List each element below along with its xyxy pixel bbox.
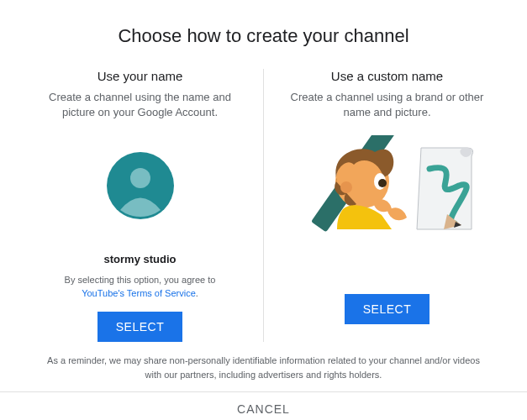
option-use-your-name: Use your name Create a channel using the…: [17, 69, 264, 342]
svg-point-6: [340, 181, 352, 193]
custom-illustration-area: [299, 135, 476, 236]
option-desc-use-name: Create a channel using the name and pict…: [34, 90, 246, 120]
cancel-button[interactable]: CANCEL: [0, 391, 527, 420]
avatar-area: [107, 135, 174, 236]
svg-point-8: [378, 179, 387, 187]
option-desc-custom: Create a channel using a brand or other …: [281, 90, 493, 120]
person-drawing-icon: [299, 135, 476, 236]
svg-point-1: [130, 168, 150, 188]
avatar-icon: [107, 152, 174, 219]
agree-text: By selecting this option, you agree to Y…: [65, 274, 216, 300]
footer-note: As a reminder, we may share non-personal…: [0, 342, 527, 391]
user-name: stormy studio: [104, 253, 177, 265]
terms-link[interactable]: YouTube's Terms of Service: [82, 288, 196, 298]
agree-prefix: By selecting this option, you agree to: [65, 275, 216, 285]
select-custom-name-button[interactable]: SELECT: [345, 294, 430, 324]
option-heading-use-name: Use your name: [97, 69, 183, 83]
page-title: Choose how to create your channel: [0, 25, 527, 47]
option-heading-custom: Use a custom name: [331, 69, 443, 83]
option-custom-name: Use a custom name Create a channel using…: [264, 69, 510, 342]
options-row: Use your name Create a channel using the…: [0, 69, 527, 342]
select-use-name-button[interactable]: SELECT: [97, 312, 182, 342]
